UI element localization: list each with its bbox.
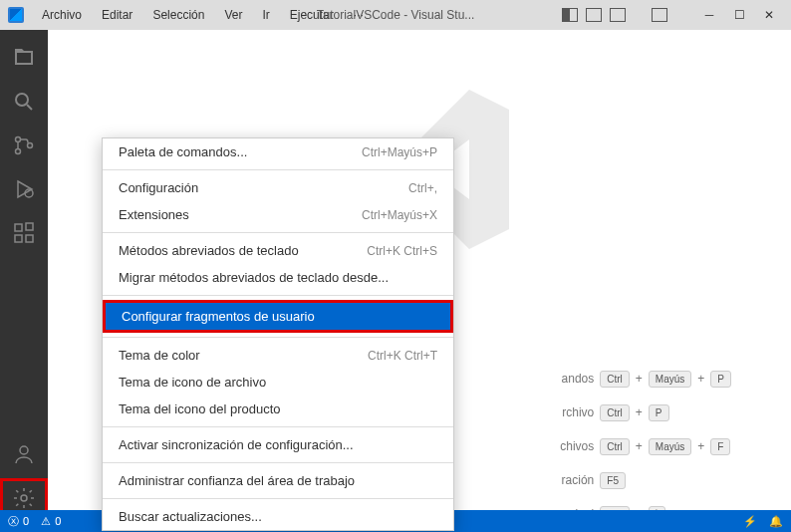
- svg-rect-7: [15, 235, 22, 242]
- shortcut-hint: andosCtrl + Mayús + P: [554, 369, 731, 389]
- shortcut-label: andos: [554, 372, 594, 386]
- run-debug-icon[interactable]: [0, 169, 48, 209]
- error-count: 0: [23, 515, 29, 527]
- keyboard-key: Ctrl: [600, 438, 630, 455]
- menu-item[interactable]: Configurar fragmentos de usuario: [103, 300, 453, 333]
- keyboard-key: Mayús: [649, 438, 691, 455]
- panel-left-icon[interactable]: [562, 8, 578, 22]
- menu-item[interactable]: Activar sincronización de configuración.…: [103, 431, 453, 458]
- menu-ir[interactable]: Ir: [254, 4, 277, 26]
- menu-archivo[interactable]: Archivo: [34, 4, 90, 26]
- menu-item-label: Activar sincronización de configuración.…: [119, 437, 354, 452]
- menu-item-shortcut: Ctrl+K Ctrl+S: [367, 244, 437, 258]
- bell-icon[interactable]: 🔔: [769, 515, 783, 528]
- customize-layout-icon[interactable]: [652, 8, 667, 22]
- close-button[interactable]: ✕: [755, 5, 783, 25]
- search-icon[interactable]: [0, 82, 48, 122]
- keyboard-key: P: [710, 371, 731, 388]
- separator: [103, 337, 453, 338]
- menu-item-label: Buscar actualizaciones...: [119, 509, 262, 524]
- keyboard-key: F: [710, 438, 730, 455]
- menu-item[interactable]: Métodos abreviados de tecladoCtrl+K Ctrl…: [103, 237, 453, 264]
- menu-item-label: Tema de icono de archivo: [119, 375, 266, 390]
- menu-item-label: Tema de color: [119, 348, 200, 363]
- separator: [103, 232, 453, 233]
- separator: [103, 462, 453, 463]
- menu-item-label: Paleta de comandos...: [119, 144, 247, 159]
- separator: [103, 498, 453, 499]
- shortcut-label: rchivo: [554, 405, 594, 419]
- keyboard-key: Ctrl: [600, 371, 630, 388]
- source-control-icon[interactable]: [0, 126, 48, 165]
- svg-point-4: [28, 143, 33, 148]
- shortcut-hint: raciónF5: [554, 470, 731, 490]
- menu-item-label: Configurar fragmentos de usuario: [122, 309, 315, 324]
- layout-controls: ─ ☐ ✕: [562, 5, 783, 25]
- menu-item[interactable]: Tema de icono de archivo: [103, 369, 453, 396]
- svg-rect-6: [15, 224, 22, 231]
- warning-count: 0: [55, 515, 61, 527]
- svg-rect-8: [26, 235, 33, 242]
- svg-line-1: [27, 105, 32, 110]
- separator: [103, 426, 453, 427]
- menu-item[interactable]: Migrar métodos abreviados de teclado des…: [103, 264, 453, 291]
- explorer-icon[interactable]: [0, 38, 48, 78]
- panel-bottom-icon[interactable]: [586, 8, 602, 22]
- svg-rect-9: [26, 223, 33, 230]
- menu-item-shortcut: Ctrl+,: [408, 181, 437, 195]
- window-title: TutorialVSCode - Visual Stu...: [317, 8, 475, 22]
- separator: [103, 169, 453, 170]
- panel-right-icon[interactable]: [610, 8, 626, 22]
- menu-ver[interactable]: Ver: [216, 4, 250, 26]
- menu-item-label: Extensiones: [119, 207, 189, 222]
- menu-item[interactable]: ExtensionesCtrl+Mayús+X: [103, 201, 453, 228]
- feedback-icon[interactable]: ⚡: [743, 515, 757, 528]
- shortcut-label: chivos: [554, 439, 594, 453]
- menu-item-label: Configuración: [119, 180, 198, 195]
- shortcut-hint: rchivoCtrl + P: [554, 402, 731, 422]
- svg-point-11: [21, 495, 27, 501]
- menu-seleccion[interactable]: Selección: [144, 4, 212, 26]
- menu-item[interactable]: Buscar actualizaciones...: [103, 503, 453, 530]
- account-icon[interactable]: [0, 434, 48, 474]
- settings-context-menu: Paleta de comandos...Ctrl+Mayús+PConfigu…: [102, 137, 454, 531]
- menu-item[interactable]: Tema de colorCtrl+K Ctrl+T: [103, 342, 453, 369]
- keyboard-key: Ctrl: [600, 404, 630, 421]
- menu-item[interactable]: Tema del icono del producto: [103, 396, 453, 422]
- shortcut-label: ración: [554, 473, 594, 487]
- menu-item-shortcut: Ctrl+Mayús+X: [362, 208, 437, 222]
- vscode-logo-icon: [8, 7, 24, 23]
- menu-item-shortcut: Ctrl+Mayús+P: [362, 145, 437, 159]
- extensions-icon[interactable]: [0, 213, 48, 253]
- menu-item-label: Métodos abreviados de teclado: [119, 243, 299, 258]
- menu-item[interactable]: ConfiguraciónCtrl+,: [103, 174, 453, 201]
- activity-bar: [0, 30, 48, 518]
- keyboard-key: F5: [600, 472, 626, 489]
- menu-item[interactable]: Paleta de comandos...Ctrl+Mayús+P: [103, 138, 453, 165]
- menu-item-label: Administrar confianza del área de trabaj…: [119, 473, 355, 488]
- keyboard-key: Mayús: [649, 371, 691, 388]
- keyboard-key: P: [649, 404, 669, 421]
- svg-point-2: [16, 137, 21, 142]
- svg-point-0: [16, 94, 28, 106]
- editor-area: andosCtrl + Mayús + PrchivoCtrl + Pchivo…: [48, 30, 791, 518]
- welcome-shortcuts: andosCtrl + Mayús + PrchivoCtrl + Pchivo…: [554, 369, 731, 532]
- minimize-button[interactable]: ─: [695, 5, 723, 25]
- menu-item-label: Migrar métodos abreviados de teclado des…: [119, 270, 389, 285]
- errors-status[interactable]: ⓧ 0: [8, 514, 29, 529]
- error-icon: ⓧ: [8, 514, 19, 529]
- menu-item[interactable]: Administrar confianza del área de trabaj…: [103, 467, 453, 494]
- menu-item-shortcut: Ctrl+K Ctrl+T: [368, 349, 437, 363]
- separator: [103, 295, 453, 296]
- svg-point-10: [20, 446, 28, 454]
- menu-item-label: Tema del icono del producto: [119, 401, 281, 416]
- svg-point-3: [16, 149, 21, 154]
- warnings-status[interactable]: ⚠ 0: [41, 515, 61, 528]
- titlebar: Archivo Editar Selección Ver Ir Ejecutar…: [0, 0, 791, 30]
- warning-icon: ⚠: [41, 515, 51, 528]
- maximize-button[interactable]: ☐: [725, 5, 753, 25]
- menu-editar[interactable]: Editar: [94, 4, 140, 26]
- shortcut-hint: chivosCtrl + Mayús + F: [554, 436, 731, 456]
